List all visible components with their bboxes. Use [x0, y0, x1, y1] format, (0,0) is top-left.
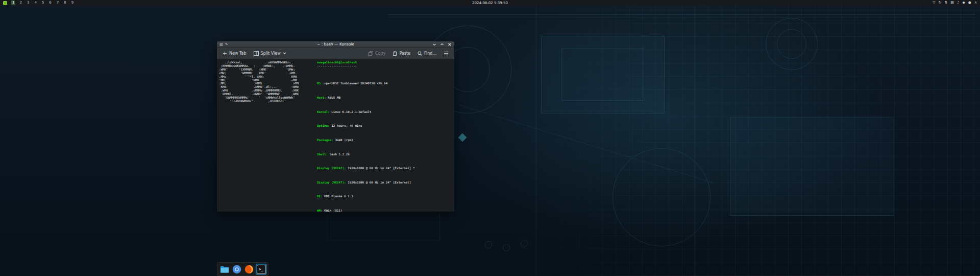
minimize-button[interactable]	[432, 42, 436, 47]
konsole-terminal-icon[interactable]	[256, 264, 266, 274]
app-launcher-icon[interactable]	[3, 1, 7, 5]
fetch-info-line: Display (VE247):1920x1080 @ 60 Hz in 24"…	[317, 167, 452, 170]
split-view-button[interactable]: Split View	[251, 50, 289, 57]
copy-button[interactable]: Copy	[366, 50, 388, 57]
file-manager-dolphin-icon[interactable]	[219, 264, 230, 274]
keyboard-layout-icon[interactable]: ▽	[933, 1, 935, 5]
blueprint-shape	[777, 29, 806, 59]
new-tab-label: New Tab	[229, 51, 247, 56]
blueprint-shape	[694, 6, 695, 276]
paste-label: Paste	[399, 51, 410, 56]
notifications-icon[interactable]: ●	[968, 1, 971, 5]
konsole-window: ✎ ~ : bash — Konsole New Tab Split View	[217, 41, 454, 212]
blueprint-shape	[730, 118, 894, 216]
blueprint-shape	[541, 36, 665, 113]
hamburger-menu-icon	[444, 51, 449, 56]
maximize-button[interactable]	[440, 42, 444, 47]
fetch-info-line: WM:KWin (X11)	[317, 209, 452, 212]
blueprint-grid	[509, 6, 980, 276]
blueprint-shape	[503, 244, 510, 251]
system-tray: ▽↻⇅▤♪◆●∧	[933, 1, 977, 5]
new-tab-icon	[223, 51, 227, 56]
audio-volume-icon[interactable]: ♪	[957, 1, 959, 5]
blueprint-shape	[388, 17, 975, 17]
blueprint-shape	[521, 240, 528, 247]
opensuse-ascii-logo: .;ldkkxol;. .:okKNWMMWNKko:. ;KMMN0OOOKW…	[219, 61, 317, 212]
workspace-button[interactable]: 3	[26, 1, 30, 5]
terminal-glyph	[257, 265, 266, 274]
virtual-desktop-pager: 123456789	[11, 1, 75, 5]
blueprint-shape	[459, 105, 714, 183]
fastfetch-output: .;ldkkxol;. .:okKNWMMWNKko:. ;KMMN0OOOKW…	[219, 61, 452, 212]
workspace-button[interactable]: 9	[70, 1, 75, 5]
new-tab-button[interactable]: New Tab	[220, 50, 249, 57]
software-update-icon[interactable]: ↻	[939, 1, 942, 5]
workspace-button[interactable]: 1	[11, 1, 15, 5]
panel-clock[interactable]: 2024-08-02 5:39:50	[472, 1, 508, 5]
copy-label: Copy	[375, 51, 385, 56]
fetch-info-line: Host:ASUS MB	[317, 96, 452, 100]
split-view-icon	[254, 51, 259, 56]
search-icon	[418, 51, 422, 56]
blueprint-shape	[561, 49, 644, 101]
split-view-label: Split View	[261, 51, 281, 56]
paste-icon	[393, 51, 397, 56]
blueprint-shape	[612, 148, 710, 246]
hamburger-menu-button[interactable]	[441, 50, 451, 57]
firefox-browser-icon[interactable]	[243, 264, 254, 274]
fetch-info-line: Display (VE247):1920x1080 @ 60 Hz in 24"…	[317, 181, 452, 185]
konsole-toolbar: New Tab Split View Copy Paste Find...	[217, 48, 454, 59]
clipboard-icon[interactable]: ▤	[950, 1, 954, 5]
close-button[interactable]	[448, 42, 452, 47]
blueprint-shape	[485, 241, 492, 248]
network-icon[interactable]: ⇅	[944, 1, 947, 5]
find-label: Find...	[424, 51, 436, 56]
workspace-button[interactable]: 6	[48, 1, 52, 5]
workspace-button[interactable]: 8	[63, 1, 67, 5]
fetch-title: swegelbrecht@localhost	[317, 61, 452, 64]
chevron-down-icon	[283, 52, 286, 55]
device-notifier-icon[interactable]: ◆	[962, 1, 965, 5]
blueprint-shape	[536, 6, 536, 276]
tray-expander-icon[interactable]: ∧	[974, 1, 977, 5]
fetch-info-line: OS:openSUSE Tumbleweed 20240730 x86_64	[317, 82, 452, 85]
copy-icon	[369, 51, 373, 56]
find-button[interactable]: Find...	[415, 50, 439, 57]
paste-button[interactable]: Paste	[390, 50, 413, 57]
window-title: ~ : bash — Konsole	[317, 42, 354, 47]
workspace-button[interactable]: 5	[41, 1, 45, 5]
desktop-wallpaper	[0, 0, 980, 276]
workspace-button[interactable]: 4	[33, 1, 37, 5]
terminal-area[interactable]: .;ldkkxol;. .:okKNWMMWNKko:. ;KMMN0OOOKW…	[217, 59, 454, 212]
top-panel: 123456789 2024-08-02 5:39:50 ▽↻⇅▤♪◆●∧	[0, 0, 980, 6]
konsole-app-icon: ✎	[225, 42, 228, 47]
fetch-info-line: DE:KDE Plasma 6.1.3	[317, 195, 452, 198]
window-titlebar[interactable]: ✎ ~ : bash — Konsole	[217, 41, 454, 48]
chromium-browser-icon[interactable]	[231, 264, 242, 274]
blueprint-marker	[458, 133, 467, 142]
fetch-info-line: Shell:bash 5.2.26	[317, 153, 452, 156]
blueprint-shape	[388, 14, 975, 15]
fetch-separator: ----------------------	[317, 64, 452, 68]
blueprint-shape	[766, 18, 818, 70]
fetch-info-line: Kernel:Linux 6.10.2-1-default	[317, 110, 452, 114]
task-manager-dock	[217, 262, 268, 276]
fetch-info-line: Uptime:12 hours, 46 mins	[317, 124, 452, 128]
workspace-button[interactable]: 7	[56, 1, 60, 5]
workspace-button[interactable]: 2	[18, 1, 22, 5]
window-menu-icon[interactable]	[219, 42, 223, 46]
system-info: swegelbrecht@localhost -----------------…	[317, 61, 452, 212]
fetch-info-line: Packages:3448 (rpm)	[317, 139, 452, 142]
fetch-info-list: OS:openSUSE Tumbleweed 20240730 x86_64 H…	[317, 68, 452, 212]
